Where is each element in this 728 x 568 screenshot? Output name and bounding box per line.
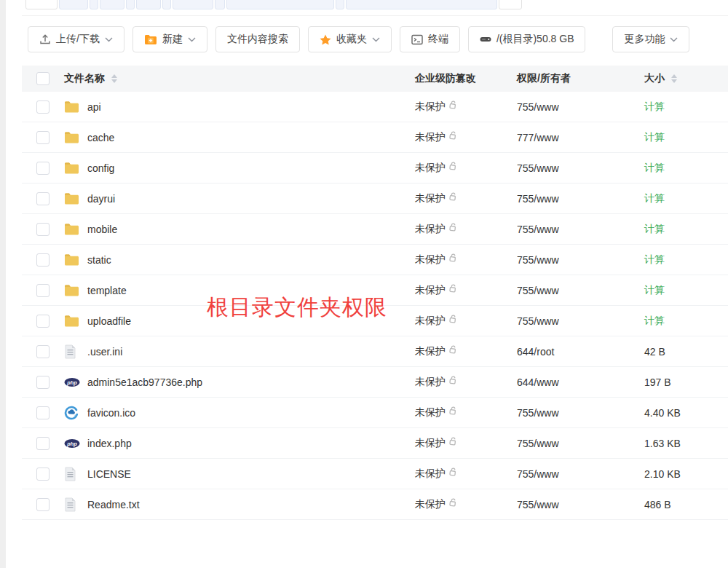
tamper-status[interactable]: 未保护: [415, 345, 446, 358]
clipped-segment[interactable]: [100, 0, 124, 9]
tamper-status[interactable]: 未保护: [415, 498, 446, 511]
file-name[interactable]: Readme.txt: [87, 499, 415, 510]
tamper-status[interactable]: 未保护: [415, 437, 446, 450]
new-label: 新建: [162, 33, 183, 46]
table-row[interactable]: uploadfile 未保护 755/www 计算: [22, 306, 728, 336]
clipped-segment[interactable]: [336, 0, 344, 9]
clipped-segment[interactable]: [162, 0, 171, 9]
more-functions-button[interactable]: 更多功能: [612, 26, 689, 52]
file-size[interactable]: 计算: [644, 192, 728, 205]
row-checkbox[interactable]: [36, 315, 50, 328]
file-size[interactable]: 计算: [644, 253, 728, 267]
unlocked-icon: [447, 160, 459, 173]
table-row[interactable]: LICENSE 未保护 755/www 2.10 KB: [22, 459, 728, 489]
new-button[interactable]: 新建: [132, 26, 207, 52]
sort-size-icon[interactable]: [671, 74, 677, 83]
clipped-segment[interactable]: [346, 0, 497, 9]
unlocked-icon: [447, 344, 459, 357]
table-row[interactable]: php admin5e1acb97736e.php 未保护 644/www 19…: [22, 367, 728, 398]
file-table-body: api 未保护 755/www 计算 cache 未保护 777/www: [22, 92, 728, 520]
file-size[interactable]: 计算: [644, 162, 728, 175]
table-row[interactable]: cache 未保护 777/www 计算: [22, 122, 728, 153]
row-checkbox[interactable]: [36, 162, 50, 175]
header-file-name[interactable]: 文件名称: [64, 72, 105, 85]
file-name[interactable]: api: [87, 101, 415, 113]
file-name[interactable]: LICENSE: [87, 468, 415, 480]
row-checkbox[interactable]: [36, 223, 50, 236]
file-name[interactable]: index.php: [87, 438, 415, 449]
table-row[interactable]: static 未保护 755/www 计算: [22, 245, 728, 275]
root-directory-label: /(根目录)50.8 GB: [496, 33, 574, 46]
file-name[interactable]: template: [87, 285, 415, 296]
file-size[interactable]: 计算: [644, 223, 728, 236]
tamper-status[interactable]: 未保护: [415, 131, 446, 144]
file-size[interactable]: 计算: [644, 284, 728, 297]
select-all-checkbox[interactable]: [36, 72, 50, 85]
clipped-button[interactable]: [499, 0, 522, 9]
file-size[interactable]: 计算: [644, 131, 728, 144]
file-name[interactable]: mobile: [87, 224, 415, 235]
tamper-status[interactable]: 未保护: [415, 284, 446, 297]
clipped-segment[interactable]: [226, 0, 334, 9]
tamper-status[interactable]: 未保护: [415, 468, 446, 481]
file-name[interactable]: .user.ini: [87, 346, 415, 358]
tamper-status[interactable]: 未保护: [415, 376, 446, 389]
file-size[interactable]: 计算: [644, 100, 728, 114]
file-size[interactable]: 计算: [644, 315, 728, 328]
chevron-down-icon: [188, 37, 196, 42]
table-row[interactable]: template 未保护 755/www 计算: [22, 275, 728, 306]
tamper-status[interactable]: 未保护: [415, 223, 446, 236]
row-checkbox[interactable]: [36, 437, 50, 450]
table-row[interactable]: Readme.txt 未保护 755/www 486 B: [22, 489, 728, 520]
clipped-button[interactable]: [25, 0, 58, 9]
header-size[interactable]: 大小: [644, 72, 665, 85]
clipped-segment[interactable]: [126, 0, 135, 9]
table-row[interactable]: mobile 未保护 755/www 计算: [22, 214, 728, 245]
row-checkbox[interactable]: [36, 253, 50, 267]
row-checkbox[interactable]: [36, 284, 50, 297]
file-name[interactable]: uploadfile: [87, 315, 415, 327]
file-name[interactable]: favicon.ico: [87, 407, 415, 419]
row-checkbox[interactable]: [36, 345, 50, 358]
table-row[interactable]: .user.ini 未保护 644/root 42 B: [22, 336, 728, 367]
row-checkbox[interactable]: [36, 100, 50, 114]
row-checkbox[interactable]: [36, 498, 50, 511]
terminal-button[interactable]: 终端: [400, 26, 460, 52]
tamper-status[interactable]: 未保护: [415, 406, 446, 419]
tamper-status[interactable]: 未保护: [415, 253, 446, 267]
sort-name-icon[interactable]: [111, 74, 117, 83]
row-checkbox[interactable]: [36, 376, 50, 389]
file-name[interactable]: dayrui: [87, 193, 415, 205]
upload-download-button[interactable]: 上传/下载: [28, 26, 124, 52]
clipped-segment[interactable]: [136, 0, 161, 9]
favorites-button[interactable]: 收藏夹: [308, 26, 392, 52]
file-name[interactable]: static: [87, 254, 415, 266]
tamper-status[interactable]: 未保护: [415, 315, 446, 328]
row-checkbox[interactable]: [36, 131, 50, 144]
table-row[interactable]: favicon.ico 未保护 755/www 4.40 KB: [22, 398, 728, 428]
favorites-label: 收藏夹: [336, 33, 367, 46]
file-name[interactable]: config: [87, 162, 415, 174]
tamper-status[interactable]: 未保护: [415, 162, 446, 175]
root-directory-button[interactable]: /(根目录)50.8 GB: [468, 26, 586, 52]
tamper-status[interactable]: 未保护: [415, 192, 446, 205]
file-manager-page: 上传/下载 新建 文件内容搜索 收藏夹: [0, 0, 728, 568]
row-checkbox[interactable]: [36, 468, 50, 481]
row-checkbox[interactable]: [36, 406, 50, 419]
table-row[interactable]: config 未保护 755/www 计算: [22, 153, 728, 184]
file-name[interactable]: cache: [87, 132, 415, 143]
file-permission: 755/www: [517, 285, 644, 296]
clipped-segment[interactable]: [59, 0, 88, 9]
file-name[interactable]: admin5e1acb97736e.php: [87, 376, 415, 388]
table-row[interactable]: dayrui 未保护 755/www 计算: [22, 184, 728, 214]
tamper-status[interactable]: 未保护: [415, 100, 446, 114]
table-row[interactable]: api 未保护 755/www 计算: [22, 92, 728, 122]
clipped-segment[interactable]: [173, 0, 213, 9]
toolbar: 上传/下载 新建 文件内容搜索 收藏夹: [28, 26, 689, 52]
clipped-segment[interactable]: [215, 0, 225, 9]
row-checkbox[interactable]: [36, 192, 50, 205]
content-search-button[interactable]: 文件内容搜索: [215, 26, 300, 52]
table-row[interactable]: php index.php 未保护 755/www 1.63 KB: [22, 428, 728, 459]
unlocked-icon: [447, 405, 459, 418]
clipped-segment[interactable]: [90, 0, 98, 9]
